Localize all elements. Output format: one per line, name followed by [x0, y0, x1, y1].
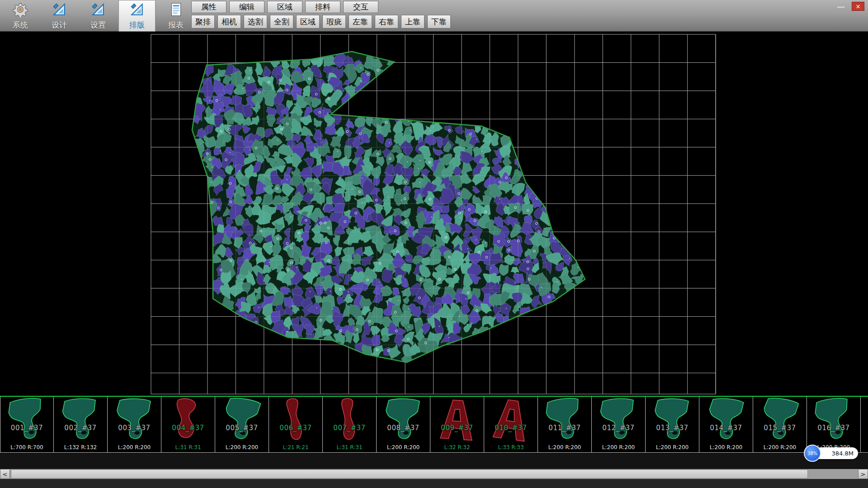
piece-thumb-009_#37[interactable]: 009_#37L:32 R:32: [430, 397, 484, 452]
piece-lr-count: L:31 R:31: [323, 444, 376, 450]
piece-name: 010_#37: [484, 424, 538, 432]
tab-label-settings: 设置: [90, 20, 106, 30]
tab-label-system: 系统: [13, 20, 28, 30]
piece-lr-count: L:700 R:700: [0, 444, 53, 450]
tab-label-layout: 排版: [129, 20, 145, 30]
gear-icon: [13, 2, 28, 19]
tab-design[interactable]: 设计: [41, 0, 78, 32]
piece-name: 003_#37: [108, 424, 161, 432]
design-icon: [52, 2, 67, 19]
piece-lr-count: L:21 R:21: [269, 444, 322, 450]
piece-name: 014_#37: [699, 424, 753, 432]
piece-lr-count: L:200 R:200: [108, 444, 161, 450]
piece-name: 005_#37: [215, 424, 269, 432]
pieces-strip: 001_#37L:700 R:700002_#37L:132 R:132003_…: [0, 396, 868, 453]
piece-thumb-013_#37[interactable]: 013_#37L:200 R:200: [646, 397, 699, 452]
piece-lr-count: L:33 R:33: [484, 444, 538, 450]
piece-thumb-015_#37[interactable]: 015_#37L:200 R:200: [753, 397, 807, 452]
piece-name: 008_#37: [377, 424, 430, 432]
tool-snap-bottom-button[interactable]: 下靠: [427, 15, 451, 28]
piece-name: 009_#37: [430, 424, 484, 432]
scrollbar-track[interactable]: [10, 469, 858, 479]
settings-icon: [90, 2, 106, 19]
scrollbar-thumb[interactable]: [11, 469, 808, 479]
menu-nesting-button[interactable]: 排料: [305, 1, 340, 13]
minimize-button[interactable]: —: [835, 1, 846, 11]
window-bottom-edge: [0, 479, 868, 488]
menu-row-2: 聚排相机选割全割区域瑕疵左靠右靠上靠下靠: [190, 14, 452, 29]
piece-thumb-010_#37[interactable]: 010_#37L:33 R:33: [484, 397, 538, 452]
toolbar: 系统设计设置排版报表 属性编辑区域排料交互 聚排相机选割全割区域瑕疵左靠右靠上靠…: [0, 0, 868, 32]
nesting-canvas[interactable]: [0, 32, 868, 396]
piece-thumb-008_#37[interactable]: 008_#37L:200 R:200: [377, 397, 430, 452]
piece-thumb-005_#37[interactable]: 005_#37L:200 R:200: [215, 397, 269, 452]
tool-region-button[interactable]: 区域: [296, 15, 320, 28]
piece-name: 006_#37: [269, 424, 322, 432]
progress-value: 38%: [807, 451, 817, 456]
piece-thumb-014_#37[interactable]: 014_#37L:200 R:200: [699, 397, 753, 452]
memory-pill: 384.8M: [815, 447, 858, 459]
tab-settings[interactable]: 设置: [80, 0, 117, 32]
menus: 属性编辑区域排料交互 聚排相机选割全割区域瑕疵左靠右靠上靠下靠: [190, 0, 452, 29]
piece-name: 013_#37: [646, 424, 699, 432]
menu-properties-button[interactable]: 属性: [191, 1, 226, 13]
piece-thumb-007_#37[interactable]: 007_#37L:31 R:31: [323, 397, 377, 452]
piece-thumb-004_#37[interactable]: 004_#37L:31 R:31: [161, 397, 215, 452]
tool-camera-button[interactable]: 相机: [217, 15, 241, 28]
close-button[interactable]: ×: [852, 2, 864, 11]
piece-lr-count: L:200 R:200: [215, 444, 269, 450]
memory-badge: 384.8M 38%: [804, 445, 858, 462]
tool-snap-left-button[interactable]: 左靠: [349, 15, 372, 28]
layout-icon: [129, 2, 145, 19]
menu-edit-button[interactable]: 编辑: [229, 1, 264, 13]
piece-lr-count: L:200 R:200: [377, 444, 430, 450]
piece-thumb-006_#37[interactable]: 006_#37L:21 R:21: [269, 397, 323, 452]
piece-thumb-016_#37[interactable]: 016_#37L:200 R:200: [807, 397, 861, 452]
piece-lr-count: L:132 R:132: [54, 444, 107, 450]
window-controls: — ×: [835, 1, 864, 11]
menu-interact-button[interactable]: 交互: [343, 1, 378, 13]
piece-name: 015_#37: [753, 424, 807, 432]
tab-system[interactable]: 系统: [2, 0, 39, 32]
piece-thumb-001_#37[interactable]: 001_#37L:700 R:700: [0, 397, 54, 452]
nesting-canvas-svg: [0, 32, 868, 396]
piece-lr-count: L:200 R:200: [592, 444, 645, 450]
horizontal-scrollbar[interactable]: < >: [0, 469, 868, 479]
piece-lr-count: L:200 R:200: [753, 444, 807, 450]
progress-circle: 38%: [804, 445, 821, 462]
menu-region-button[interactable]: 区域: [267, 1, 302, 13]
memory-value: 384.8M: [832, 450, 854, 457]
app-tabs: 系统设计设置排版报表: [2, 0, 196, 32]
scroll-left-button[interactable]: <: [0, 469, 10, 479]
scroll-right-button[interactable]: >: [858, 469, 868, 479]
piece-name: 004_#37: [161, 424, 215, 432]
tool-cut-all-button[interactable]: 全割: [270, 15, 293, 28]
tool-snap-top-button[interactable]: 上靠: [401, 15, 425, 28]
piece-name: 001_#37: [0, 424, 53, 432]
piece-name: 002_#37: [54, 424, 107, 432]
piece-name: 011_#37: [538, 424, 591, 432]
tool-select-cut-button[interactable]: 选割: [244, 15, 267, 28]
status-bar: [0, 453, 868, 469]
piece-thumb-011_#37[interactable]: 011_#37L:200 R:200: [538, 397, 592, 452]
tool-cluster-nest-button[interactable]: 聚排: [191, 15, 215, 28]
tab-report[interactable]: 报表: [157, 0, 194, 32]
piece-name: 007_#37: [323, 424, 376, 432]
piece-lr-count: L:200 R:200: [538, 444, 591, 450]
app-window: 系统设计设置排版报表 属性编辑区域排料交互 聚排相机选割全割区域瑕疵左靠右靠上靠…: [0, 0, 868, 488]
piece-name: 012_#37: [592, 424, 645, 432]
piece-lr-count: L:31 R:31: [161, 444, 215, 450]
piece-name: 016_#37: [807, 424, 860, 432]
piece-thumb-003_#37[interactable]: 003_#37L:200 R:200: [108, 397, 161, 452]
tool-snap-right-button[interactable]: 右靠: [375, 15, 398, 28]
menu-row-1: 属性编辑区域排料交互: [190, 0, 452, 14]
piece-thumb-012_#37[interactable]: 012_#37L:200 R:200: [592, 397, 646, 452]
tool-defect-button[interactable]: 瑕疵: [322, 15, 346, 28]
tab-label-design: 设计: [52, 20, 67, 30]
piece-lr-count: L:200 R:200: [699, 444, 753, 450]
tab-layout[interactable]: 排版: [118, 0, 156, 32]
report-icon: [168, 2, 184, 19]
piece-thumb-002_#37[interactable]: 002_#37L:132 R:132: [54, 397, 108, 452]
tab-label-report: 报表: [168, 20, 184, 30]
piece-lr-count: L:32 R:32: [430, 444, 484, 450]
